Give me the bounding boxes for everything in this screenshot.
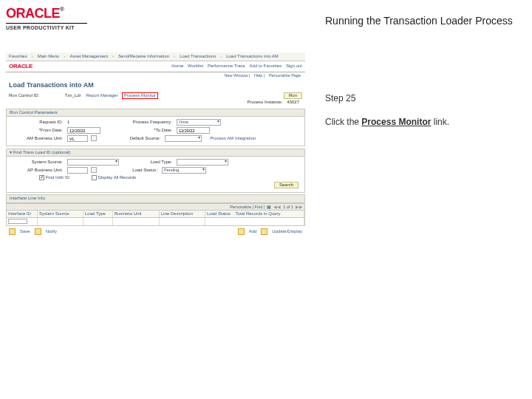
am-bu-label: AM Business Unit:: [13, 136, 64, 141]
signout-link[interactable]: Sign out: [286, 64, 302, 68]
add-icon[interactable]: [238, 228, 245, 235]
from-date-label: *From Date:: [13, 128, 64, 133]
instruction-link-term: Process Monitor: [361, 117, 431, 127]
panel-find-trans-header: ▾ Find Trans Load ID (optional): [6, 149, 305, 157]
request-id-label: Request ID:: [13, 120, 64, 125]
add-button[interactable]: Add: [249, 229, 257, 234]
page-title: Load Transactions into AM: [6, 79, 305, 92]
breadcrumb-item: Main Menu: [38, 54, 60, 59]
col-line-desc[interactable]: Line Description: [160, 211, 205, 217]
grid-title: Interface Line Info: [6, 194, 305, 202]
oracle-upk-logo: ORACLE® USER PRODUCTIVITY KIT: [6, 6, 310, 30]
process-freq-label: Process Frequency:: [107, 120, 174, 125]
notify-icon[interactable]: [35, 228, 41, 235]
to-date-input[interactable]: 12/20/22: [177, 127, 210, 134]
load-status-label: Load Status:: [100, 168, 159, 173]
col-interface-id[interactable]: Interface ID: [7, 211, 38, 217]
load-type-label: Load Type:: [122, 160, 174, 165]
add-fav-link[interactable]: Add to Favorites: [250, 64, 282, 68]
oracle-wordmark: ORACLE®: [6, 6, 64, 21]
run-button[interactable]: Run: [284, 92, 302, 99]
update-display-button[interactable]: Update/Display: [272, 229, 302, 234]
help-link[interactable]: Help: [254, 73, 262, 78]
find-intfc-checkbox[interactable]: [39, 175, 44, 180]
run-control-label: Run Control ID:: [9, 93, 64, 98]
personalize-link[interactable]: Personalize Page: [269, 73, 301, 78]
col-load-status[interactable]: Load Status Total Records in Query: [205, 211, 304, 217]
header-links: Home Worklist Performance Trace Add to F…: [168, 64, 302, 69]
display-all-checkbox[interactable]: [92, 175, 97, 180]
grid-last-icon[interactable]: ▶▶: [296, 205, 303, 210]
ap-bu-input[interactable]: [67, 167, 88, 174]
panel-find-trans: System Source: Load Type: AP Business Un…: [6, 157, 305, 193]
lookup-icon[interactable]: [91, 167, 97, 173]
default-source-label: Default Source:: [100, 136, 162, 141]
load-type-select[interactable]: [177, 159, 228, 166]
breadcrumb-item: Load Transactions into AM: [226, 54, 279, 59]
grid-range: 1 of 1: [283, 205, 293, 210]
col-load-type[interactable]: Load Type: [83, 211, 113, 217]
home-link[interactable]: Home: [171, 64, 183, 68]
grid-view-icon[interactable]: ▦: [267, 205, 271, 210]
breadcrumb-item: Asset Management: [69, 54, 108, 59]
new-window-link[interactable]: New Window: [224, 73, 248, 78]
process-freq-select[interactable]: Once: [177, 119, 221, 126]
breadcrumb-item: Favorites: [9, 54, 27, 59]
save-icon[interactable]: [9, 228, 16, 235]
ap-bu-label: AP Business Unit:: [13, 168, 64, 173]
perf-trace-link[interactable]: Performance Trace: [208, 64, 245, 68]
system-source-label: System Source:: [13, 160, 64, 165]
instruction-text: Click the Process Monitor link.: [325, 117, 525, 127]
report-manager-link[interactable]: Report Manager: [86, 93, 117, 98]
breadcrumb: Favorites› Main Menu› Asset Management› …: [6, 52, 305, 61]
grid-personalize-link[interactable]: Personalize | Find |: [230, 205, 265, 210]
document-title: Running the Transaction Loader Process: [325, 15, 525, 27]
am-bu-input[interactable]: VL: [67, 135, 88, 142]
update-icon[interactable]: [261, 228, 267, 235]
app-screenshot: Favorites› Main Menu› Asset Management› …: [6, 52, 305, 235]
search-button[interactable]: Search: [274, 182, 299, 188]
step-label: Step 25: [325, 93, 525, 103]
breadcrumb-item: Load Transactions: [180, 54, 216, 59]
run-control-value: Txn_Ldr: [65, 93, 81, 98]
col-system-source[interactable]: System Source: [38, 211, 83, 217]
process-monitor-link[interactable]: Process Monitor: [122, 92, 158, 99]
load-status-select[interactable]: Pending: [162, 167, 206, 174]
worklist-link[interactable]: Worklist: [188, 64, 203, 68]
process-instance-value: 45027: [287, 100, 299, 105]
process-instance-label: Process Instance:: [248, 100, 284, 105]
system-source-select[interactable]: [67, 159, 119, 166]
grid-header-row: Interface ID System Source Load Type Bus…: [6, 210, 305, 218]
display-all-label: Display All Records: [98, 175, 137, 180]
grid-first-icon[interactable]: ◀◀: [273, 205, 281, 210]
request-id-value: 1: [67, 120, 104, 125]
save-button[interactable]: Save: [20, 229, 30, 234]
panel-run-control: Request ID: 1 Process Frequency: Once *F…: [6, 117, 305, 146]
page-util-links: New Window | Help | Personalize Page: [6, 72, 305, 80]
from-date-input[interactable]: 12/20/22: [67, 127, 100, 134]
oracle-header-logo: ORACLE: [9, 63, 33, 70]
default-source-select[interactable]: [165, 135, 202, 142]
notify-button[interactable]: Notify: [46, 229, 57, 234]
col-business-unit[interactable]: Business Unit: [113, 211, 160, 217]
grid-row: [6, 218, 305, 225]
upk-subtitle: USER PRODUCTIVITY KIT: [6, 23, 87, 30]
row-interface-id-input[interactable]: [8, 219, 27, 224]
panel-run-control-header: Run Control Parameters: [6, 109, 305, 117]
grid-controls: Personalize | Find | ▦ ◀◀ 1 of 1 ▶▶: [6, 203, 305, 211]
process-am-integration-link[interactable]: Process AM Integration: [210, 136, 256, 141]
lookup-icon[interactable]: [91, 135, 97, 141]
find-intfc-label: Find Intfc ID: [46, 175, 69, 180]
to-date-label: *To Date:: [103, 128, 174, 133]
breadcrumb-item: Send/Receive Information: [118, 54, 169, 59]
